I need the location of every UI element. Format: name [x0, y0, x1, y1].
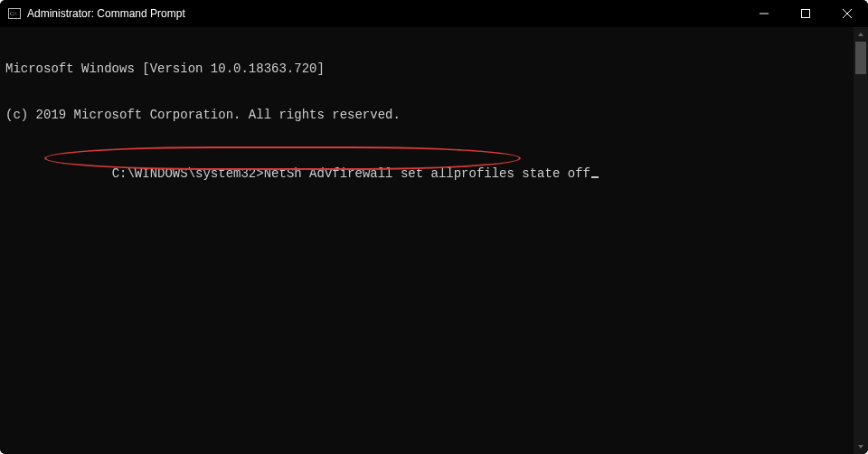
text-cursor — [591, 176, 599, 178]
minimize-button[interactable] — [743, 0, 785, 27]
cmd-icon: C:\ — [7, 6, 22, 21]
copyright-line: (c) 2019 Microsoft Corporation. All righ… — [5, 108, 848, 123]
titlebar[interactable]: C:\ Administrator: Command Prompt — [0, 0, 868, 27]
svg-marker-6 — [858, 33, 863, 36]
prompt-line: C:\WINDOWS\system32>NetSh Advfirewall se… — [51, 151, 599, 197]
window-controls — [743, 0, 868, 27]
terminal-content-wrap: Microsoft Windows [Version 10.0.18363.72… — [0, 27, 868, 454]
command-prompt-window: C:\ Administrator: Command Prompt Micros… — [0, 0, 868, 454]
prompt-text: C:\WINDOWS\system32> — [112, 166, 264, 181]
close-button[interactable] — [826, 0, 868, 27]
scroll-thumb[interactable] — [855, 42, 866, 74]
vertical-scrollbar[interactable] — [854, 27, 868, 454]
svg-rect-3 — [802, 10, 810, 18]
window-title: Administrator: Command Prompt — [27, 7, 743, 20]
version-line: Microsoft Windows [Version 10.0.18363.72… — [5, 61, 848, 77]
svg-marker-7 — [858, 445, 863, 449]
svg-text:C:\: C:\ — [10, 11, 17, 16]
terminal-area[interactable]: Microsoft Windows [Version 10.0.18363.72… — [0, 27, 854, 454]
maximize-button[interactable] — [785, 0, 826, 27]
scroll-up-button[interactable] — [854, 27, 868, 42]
scroll-down-button[interactable] — [854, 440, 868, 454]
command-text: NetSh Advfirewall set allprofiles state … — [264, 166, 590, 181]
